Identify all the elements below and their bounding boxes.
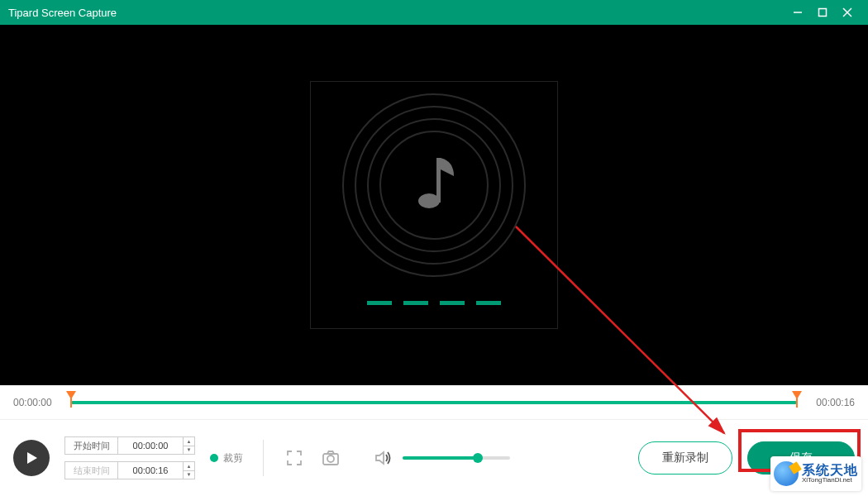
rerecord-button[interactable]: 重新录制 — [638, 441, 732, 475]
preview-area — [0, 25, 868, 385]
end-time-input[interactable] — [117, 461, 184, 479]
maximize-button[interactable] — [810, 0, 835, 25]
fullscreen-icon — [286, 450, 303, 466]
audio-placeholder — [310, 81, 558, 329]
divider — [263, 440, 264, 476]
volume-button[interactable] — [373, 447, 394, 469]
time-input-group: 开始时间 ▲▼ 结束时间 ▲▼ — [64, 436, 195, 479]
timeline-end-label: 00:00:16 — [805, 397, 855, 408]
volume-fill — [403, 456, 478, 460]
watermark-badge: 系统天地 XiTongTianDi.net — [770, 456, 861, 491]
crop-indicator-icon — [210, 454, 218, 462]
watermark-en: XiTongTianDi.net — [802, 477, 858, 484]
timeline-track[interactable] — [71, 394, 797, 411]
volume-slider[interactable] — [403, 456, 510, 460]
volume-group — [373, 447, 510, 469]
close-button[interactable] — [835, 0, 860, 25]
svg-point-7 — [380, 131, 488, 239]
close-icon — [842, 7, 852, 17]
svg-point-6 — [368, 119, 500, 251]
start-time-label: 开始时间 — [64, 436, 117, 455]
start-time-spinner[interactable]: ▲▼ — [184, 436, 195, 455]
svg-point-4 — [343, 94, 525, 276]
camera-icon — [322, 450, 340, 466]
end-time-spinner[interactable]: ▲▼ — [184, 461, 195, 479]
play-icon — [24, 451, 39, 465]
svg-marker-13 — [376, 452, 384, 464]
audio-level-dashes — [367, 301, 501, 305]
maximize-icon — [818, 7, 827, 17]
timeline-row: 00:00:00 00:00:16 — [0, 385, 868, 420]
timeline-fill — [71, 401, 797, 404]
minimize-button[interactable] — [785, 0, 810, 25]
timeline-start-label: 00:00:00 — [13, 397, 63, 408]
volume-thumb[interactable] — [473, 453, 483, 463]
end-time-label: 结束时间 — [64, 461, 117, 479]
rerecord-label: 重新录制 — [662, 451, 708, 465]
snapshot-button[interactable] — [320, 447, 341, 469]
start-time-row: 开始时间 ▲▼ — [64, 436, 195, 455]
svg-point-5 — [355, 107, 513, 264]
record-disc-icon — [339, 90, 529, 280]
svg-marker-10 — [27, 452, 37, 464]
start-time-input[interactable] — [117, 436, 184, 455]
play-button[interactable] — [13, 440, 50, 476]
speaker-icon — [374, 450, 393, 466]
watermark-cn: 系统天地 — [802, 464, 858, 477]
app-title: Tipard Screen Capture — [8, 7, 785, 19]
end-time-row: 结束时间 ▲▼ — [64, 461, 195, 479]
svg-point-12 — [327, 455, 334, 462]
watermark-globe-icon — [774, 461, 799, 486]
controls-row: 开始时间 ▲▼ 结束时间 ▲▼ 裁剪 — [0, 420, 868, 496]
titlebar: Tipard Screen Capture — [0, 0, 868, 25]
fullscreen-button[interactable] — [284, 447, 305, 469]
svg-rect-9 — [436, 158, 441, 203]
minimize-icon — [793, 7, 803, 17]
crop-toggle[interactable]: 裁剪 — [210, 451, 243, 465]
crop-label: 裁剪 — [223, 451, 243, 465]
svg-rect-1 — [819, 9, 827, 17]
